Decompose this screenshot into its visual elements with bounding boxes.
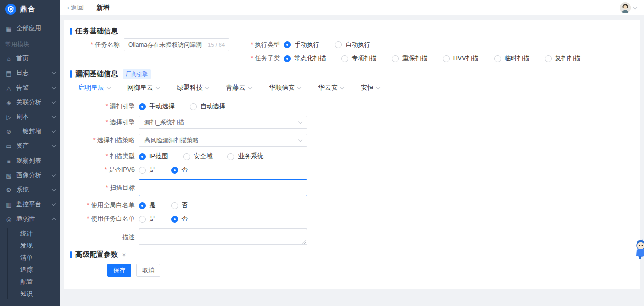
description-label: 描述: [70, 233, 135, 242]
sidebar-menu-item[interactable]: ⊘ 一键封堵: [0, 124, 60, 139]
exec-type-radio-group: 手动执行 自动执行: [284, 41, 385, 49]
radio-option[interactable]: 是: [139, 166, 156, 174]
vendor-tab[interactable]: 华云安: [318, 83, 344, 92]
sidebar-menu-item[interactable]: ◈ 关联分析: [0, 95, 60, 110]
radio-control-icon[interactable]: [190, 103, 197, 110]
radio-option[interactable]: 手动执行: [284, 41, 319, 49]
collapse-icon[interactable]: «: [120, 253, 127, 256]
sidebar-submenu-item[interactable]: 统计: [20, 227, 60, 240]
radio-control-icon[interactable]: [443, 55, 450, 62]
main-area: ‹ 返回 新增: [60, 0, 644, 306]
radio-option[interactable]: 业务系统: [227, 152, 263, 161]
global-whitelist-radio-group: 是 否: [139, 201, 203, 210]
back-button[interactable]: ‹ 返回: [67, 4, 84, 12]
sidebar-menu-item[interactable]: ⌂ 首页: [0, 51, 60, 66]
cancel-button[interactable]: 取消: [136, 264, 160, 277]
radio-option[interactable]: 常态化扫描: [284, 54, 326, 63]
vendor-tab-label: 网御星云: [127, 83, 153, 92]
sidebar-submenu-item[interactable]: 知识: [20, 288, 60, 300]
radio-control-icon[interactable]: [284, 41, 291, 48]
user-avatar[interactable]: [620, 2, 631, 13]
policy-select-label: 选择扫描策略: [70, 136, 135, 145]
radio-option[interactable]: 是: [139, 215, 156, 223]
section-vuln-basic: 漏洞基础信息 厂商引擎: [70, 70, 634, 78]
radio-control-icon[interactable]: [545, 55, 552, 62]
sidebar-menu-item[interactable]: ▧ 画像分析: [0, 168, 60, 183]
radio-control-icon[interactable]: [284, 55, 291, 62]
radio-label: 否: [182, 201, 188, 210]
radio-option[interactable]: 是: [139, 201, 156, 210]
resize-grip[interactable]: [302, 191, 306, 195]
engine-select[interactable]: 漏扫_系统扫描: [139, 116, 307, 129]
radio-control-icon[interactable]: [139, 103, 146, 110]
radio-control-icon[interactable]: [335, 41, 342, 48]
scan-target-textarea[interactable]: [139, 179, 307, 196]
radio-option[interactable]: 手动选择: [139, 102, 175, 111]
radio-control-icon[interactable]: [171, 167, 178, 174]
radio-label: 常态化扫描: [294, 54, 326, 63]
radio-option[interactable]: 临时扫描: [494, 54, 530, 63]
radio-control-icon[interactable]: [139, 216, 146, 223]
sidebar-item-label: 剧本: [16, 113, 48, 121]
radio-option[interactable]: 否: [171, 215, 188, 223]
vendor-tab[interactable]: 安恒: [361, 83, 380, 92]
radio-control-icon[interactable]: [341, 55, 348, 62]
sidebar-menu-item[interactable]: ⚙ 系统: [0, 183, 60, 197]
radio-option[interactable]: 自动执行: [335, 41, 370, 49]
log-icon: ▤: [5, 70, 12, 77]
vendor-tab[interactable]: 网御星云: [127, 83, 159, 92]
vendor-tab[interactable]: 青藤云: [226, 83, 252, 92]
sidebar-menu-item[interactable]: ▥ 监控平台: [0, 197, 60, 212]
vendor-tab[interactable]: 华顺信安: [269, 83, 301, 92]
radio-control-icon[interactable]: [171, 216, 178, 223]
radio-control-icon[interactable]: [139, 153, 146, 160]
policy-select[interactable]: 高风险漏洞扫描策略: [139, 134, 307, 147]
avatar-chevron-icon[interactable]: [633, 5, 637, 9]
radio-option[interactable]: HVV扫描: [443, 54, 479, 63]
radio-label: 自动执行: [345, 41, 370, 49]
radio-option[interactable]: 安全域: [183, 152, 213, 161]
playbook-icon: ▷: [5, 114, 12, 121]
sidebar-item-label: 资产: [16, 142, 48, 150]
radio-control-icon[interactable]: [171, 202, 178, 209]
app-logo[interactable]: 鼎合: [0, 0, 60, 18]
vendor-tab[interactable]: 绿盟科技: [177, 83, 209, 92]
radio-option[interactable]: 重保扫描: [392, 54, 428, 63]
radio-option[interactable]: 专项扫描: [341, 54, 377, 63]
radio-option[interactable]: 复扫扫描: [545, 54, 581, 63]
one-key-block-icon: ⊘: [5, 128, 12, 135]
radio-option[interactable]: 否: [171, 201, 188, 210]
chevron-icon: [52, 143, 56, 147]
radio-control-icon[interactable]: [139, 167, 146, 174]
sidebar-submenu-item[interactable]: 发现: [20, 240, 60, 252]
sidebar-menu-item[interactable]: ▤ 日志: [0, 66, 60, 81]
radio-control-icon[interactable]: [139, 202, 146, 209]
chevron-icon: [52, 85, 56, 89]
assistant-mascot[interactable]: [634, 239, 644, 260]
sidebar-menu-item[interactable]: ▭ 资产: [0, 139, 60, 154]
scan-target-label: 扫描目标: [70, 184, 135, 192]
save-button[interactable]: 保存: [107, 264, 131, 277]
radio-option[interactable]: IP范围: [139, 152, 168, 161]
resize-grip[interactable]: [302, 240, 306, 244]
page-content: 任务基础信息 任务名称 Ollama存在未授权访问漏洞 15 / 64 执行类型: [60, 15, 644, 306]
radio-option[interactable]: 否: [171, 166, 188, 174]
sidebar-menu-item[interactable]: ≡ 观察列表: [0, 154, 60, 168]
sidebar-menu-item[interactable]: ◎ 脆弱性: [0, 212, 60, 226]
radio-control-icon[interactable]: [183, 153, 190, 160]
sidebar-item-all-apps[interactable]: ▦ 全部应用: [0, 21, 60, 36]
sidebar-submenu-item[interactable]: 追踪: [20, 264, 60, 276]
vendor-tab[interactable]: 启明星辰: [78, 83, 110, 92]
radio-control-icon[interactable]: [494, 55, 501, 62]
alert-icon: △: [5, 85, 12, 92]
radio-option[interactable]: 自动选择: [190, 102, 225, 111]
task-name-input[interactable]: Ollama存在未授权访问漏洞 15 / 64: [124, 38, 229, 51]
radio-control-icon[interactable]: [392, 55, 399, 62]
sidebar-menu-item[interactable]: △ 告警: [0, 81, 60, 95]
sidebar-submenu-item[interactable]: 配置: [20, 276, 60, 288]
description-textarea[interactable]: [139, 228, 307, 245]
sidebar-menu-item[interactable]: ▷ 剧本: [0, 110, 60, 124]
chevron-icon: [52, 70, 56, 74]
radio-control-icon[interactable]: [227, 153, 234, 160]
sidebar-submenu-item[interactable]: 清单: [20, 252, 60, 264]
